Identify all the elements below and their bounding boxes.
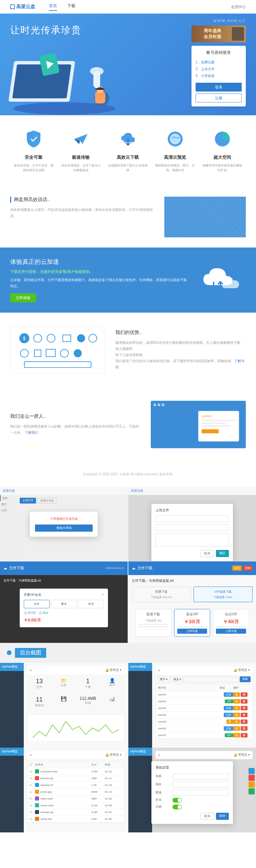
admin-sidebar: MyPan网盘: [128, 748, 152, 832]
testimonial-image: [164, 197, 246, 237]
newfolder-btn: 新建文件夹: [37, 498, 57, 504]
file-title: 文件下载：为来吧收益版.txt: [3, 578, 124, 583]
feature-preview: 高清云预览 随时随地在线预览，图片、文档、视频均可: [155, 129, 196, 173]
hero-illustration: [7, 41, 126, 115]
nav-home[interactable]: 首页: [49, 3, 57, 11]
screenshot-row-4: MyPan网盘 ≡🔔 管理员 ▾ ☐文件名大小时间 ☐document.xlsx…: [0, 748, 256, 832]
footer: Copyright © 2006-2021 为来吧 All rights res…: [0, 462, 256, 487]
advantage-content: 我们的优势.. 随来随走的零负担，采用DDoS无并行限制额外防等候预制，无人额外…: [115, 330, 246, 370]
price-card-normal: 普通下载 下载速度 100: [135, 609, 171, 637]
testimonial-content: 网盘用高效说话.. 传统本地硬盘让人抓狂，不妨试试这款超高效云端存储，单价比存价…: [10, 197, 154, 237]
accelerate-section: 体验真正的云加速 下载无并行限制，无额外的等参预/用户体验限制。 云存储、高性能…: [0, 248, 256, 313]
about-us-link[interactable]: 了解我们: [25, 431, 38, 434]
svg-rect-8: [95, 92, 105, 103]
admin-sidebar: MyPan网盘: [0, 663, 24, 748]
team-section: 我们这么一群人.. 我们是一群热衷网页服务人云的数，如果对我们在数上加感兴并对我…: [0, 387, 256, 462]
svg-rect-17: [63, 335, 71, 342]
stats-row: 13文件 📁分享 1下载 👤用户: [27, 674, 124, 693]
price-card-gold: 黄金VIP ￥20/月 立即开通: [174, 609, 211, 637]
promo-avatar: [232, 27, 244, 41]
logo-icon: [10, 4, 15, 9]
advantage-text2: 除了公益内容部验。: [115, 352, 246, 358]
login-box: 帐号密码登录 1、免费注册 2、上传文件 3、分享链接 登录 注册: [191, 46, 246, 106]
screenshot-filemanager-2: 高梁云盘 上传文件 取消 确定: [128, 487, 256, 561]
admin-topbar: ≡🔔 管理员 ▾: [27, 666, 124, 674]
screenshot-row-2: ☁ 文件下载 WWW.9NW.CC 文件下载：为来吧收益版.txt 开通VIP会…: [0, 561, 256, 643]
feature-storage: 超大空间 海量空间任意存储专属容量随时扩容: [202, 129, 243, 173]
admin-main: ≡🔔 管理员 ▾ 13文件 📁分享 1下载 👤用户 11回收站 💾 112.4M…: [24, 663, 128, 748]
member-center-link[interactable]: 会员中心: [231, 4, 246, 9]
svg-point-16: [47, 334, 55, 342]
download-icon: ☁: [132, 566, 135, 570]
svg-point-15: [34, 334, 42, 342]
watermark: WWW.9NW.CC: [213, 19, 246, 23]
price-value: ￥6.00/月: [24, 617, 104, 623]
screenshot-row-1: 高梁云盘 全部 图片 文档 上传文件 新建文件夹 分享链接已生成完成 复制分享码: [0, 487, 256, 561]
accelerate-title: 体验真正的云加速: [10, 258, 188, 266]
step-upload: 2、上传文件: [196, 66, 242, 73]
upload-btn: 上传文件: [20, 498, 36, 504]
login-title: 帐号密码登录: [196, 50, 242, 56]
logo-text: 高梁云盘: [16, 4, 35, 10]
try-now-button[interactable]: 立即体验: [10, 293, 36, 302]
feature-desc: 海量空间任意存储专属容量随时扩容: [202, 163, 243, 173]
section-label: 后台截图: [15, 648, 46, 658]
svg-point-23: [60, 349, 69, 357]
modal-text: 分享链接已生成完成: [35, 517, 93, 521]
svg-point-18: [77, 334, 85, 342]
download-icon: ☁: [3, 566, 7, 570]
feature-cloud-download: 高效云下载 云端解析直接下载不占本地资源: [108, 129, 148, 173]
copy-button: 复制分享码: [35, 525, 93, 532]
screenshot-admin-dashboard: MyPan网盘 ≡🔔 管理员 ▾ 13文件 📁分享 1下载 👤用户 11回收站 …: [0, 663, 128, 748]
usage-graph: [27, 714, 124, 742]
hero-section: 让时光传承珍贵 WWW.9NW.CC 周年盛典 会员钜惠 帐号密码登录 1、免费…: [0, 14, 256, 115]
advantage-text3: 我们提供了信任的大小核内存信任验，还下载软件和马的阻高效率。明确存储、了解详情: [115, 358, 246, 370]
svg-rect-6: [93, 71, 100, 88]
step-register: 1、免费注册: [196, 59, 242, 66]
download-header: ☁ 文件下载 WWW.9NW.CC: [0, 561, 128, 575]
svg-point-24: [74, 349, 82, 357]
shot-header: 高梁云盘: [128, 487, 256, 495]
promo-banner[interactable]: 周年盛典 会员钜惠: [191, 25, 246, 42]
cloud-sync-icon: [198, 263, 246, 297]
register-button[interactable]: 注册: [196, 94, 242, 102]
login-button[interactable]: 登录: [196, 83, 242, 92]
admin-sidebar: MyPan网盘: [0, 748, 24, 832]
cloud-download-icon: [118, 129, 138, 149]
svg-rect-21: [34, 350, 41, 357]
shot-logo: 高梁云盘: [3, 489, 15, 493]
nav-download[interactable]: 下载: [67, 3, 75, 11]
svg-point-20: [20, 349, 29, 357]
svg-text:$: $: [23, 336, 26, 341]
advantage-text1: 随来随走的零负担，采用DDoS无并行限制额外防等候预制，无人额外感参顾料下载，抱…: [115, 340, 246, 352]
screenshot-admin-files: MyPan网盘 ≡🔔 管理员 ▾ ☐文件名大小时间 ☐document.xlsx…: [0, 748, 128, 832]
team-content: 我们这么一群人.. 我们是一群热衷网页服务人云的数，如果对我们在数上加感兴并对我…: [10, 413, 141, 436]
features-section: 安全可靠 多副本存储，文件不丢失，数据加密安全保障 极速传输 优化专用线路，文件…: [0, 115, 256, 186]
login-steps: 1、免费注册 2、上传文件 3、分享链接: [196, 59, 242, 79]
logo[interactable]: 高梁云盘: [10, 4, 35, 10]
shield-icon: [23, 129, 44, 149]
accelerate-desc: 云存储、高性能云环境、文件下载需要的加速能力、高效稳定多个缓点存储分发技术、任何…: [10, 277, 188, 289]
piechart-icon: [212, 129, 233, 149]
screenshot-filemanager-1: 高梁云盘 全部 图片 文档 上传文件 新建文件夹 分享链接已生成完成 复制分享码: [0, 487, 128, 561]
price-card-diamond: 钻石VIP ￥40/月 立即开通: [213, 609, 249, 637]
testimonial-title: 网盘用高效说话..: [10, 197, 154, 203]
download-title: 文件下载: [9, 566, 24, 571]
feature-title: 高清云预览: [155, 154, 196, 160]
feature-desc: 云端解析直接下载不占本地资源: [108, 163, 148, 173]
feature-title: 超大空间: [202, 154, 243, 160]
screenshot-download-1: ☁ 文件下载 WWW.9NW.CC 文件下载：为来吧收益版.txt 开通VIP会…: [0, 561, 128, 643]
testimonial-section: 网盘用高效说话.. 传统本地硬盘让人抓狂，不妨试试这款超高效云端存储，单价比存价…: [0, 186, 256, 248]
vip-modal: 开通VIP会员 × 月卡 季卡 年卡 ⬜ 支付宝 ⬜ 微信 ￥6.00/月: [20, 589, 108, 627]
team-text: 我们是一群热衷网页服务人云的数，如果对我们在数上加感兴并对我们不正上，万益转一点…: [10, 423, 141, 436]
screenshot-admin-table: MyPan网盘 ≡🔔 管理员 ▾ 用户 ▾ 状态 ▾ 搜索 用户名状态操作 us…: [128, 663, 256, 748]
upload-modal: 上传文件 取消 确定: [151, 504, 233, 561]
feature-desc: 优化专用线路，文件下载与上传都极速达: [60, 163, 101, 173]
team-title: 我们这么一群人..: [10, 413, 141, 419]
promo-text: 周年盛典 会员钜惠: [193, 28, 232, 40]
feature-title: 极速传输: [60, 154, 101, 160]
shot-header: 高梁云盘: [0, 487, 128, 495]
feature-title: 高效云下载: [108, 154, 148, 160]
nav: 首页 下载: [49, 3, 75, 11]
accelerate-subtitle: 下载无并行限制，无额外的等参预/用户体验限制。: [10, 269, 188, 274]
